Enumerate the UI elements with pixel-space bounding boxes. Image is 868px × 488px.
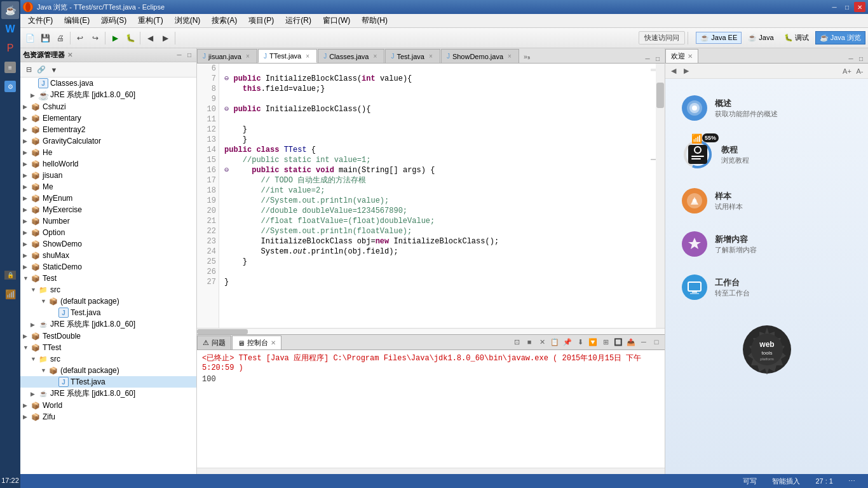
tree-item-test[interactable]: ▼ 📦 Test bbox=[20, 273, 196, 284]
close-button[interactable]: ✕ bbox=[854, 2, 865, 12]
minimize-button[interactable]: ─ bbox=[829, 2, 840, 12]
perspective-javaee[interactable]: ☕ Java EE bbox=[696, 32, 742, 44]
welcome-samples[interactable]: 样本 试用样本 bbox=[678, 184, 855, 217]
tree-item-world[interactable]: ▶ 📦 World bbox=[20, 400, 196, 411]
print-button[interactable]: 🖨 bbox=[53, 31, 67, 45]
horizontal-scrollbar[interactable] bbox=[197, 328, 665, 334]
tab-ttest[interactable]: J TTest.java × bbox=[258, 49, 317, 63]
tab-showdemo[interactable]: J ShowDemo.java × bbox=[441, 49, 519, 63]
console-content[interactable]: <已终止> TTest [Java 应用程序] C:\Program Files… bbox=[197, 350, 665, 468]
quick-access[interactable]: 快速访问问 bbox=[639, 31, 685, 44]
menu-source[interactable]: 源码(S) bbox=[96, 14, 132, 27]
forward-button[interactable]: ▶ bbox=[158, 31, 172, 45]
taskbar-icon5[interactable]: ⚙ bbox=[1, 78, 19, 95]
maximize-button[interactable]: □ bbox=[841, 2, 853, 12]
console-remove[interactable]: ✕ bbox=[536, 336, 548, 348]
console-btn2[interactable]: 📌 bbox=[562, 336, 573, 348]
welcome-zoom-in[interactable]: A+ bbox=[841, 65, 853, 77]
run-button[interactable]: ▶ bbox=[108, 31, 122, 45]
perspective-java-browse[interactable]: ☕ Java 浏览 bbox=[815, 31, 865, 44]
editor-scrollbar[interactable] bbox=[656, 64, 665, 328]
menu-window[interactable]: 窗口(W) bbox=[318, 14, 355, 27]
tree-item-classes[interactable]: J Classes.java bbox=[20, 78, 196, 89]
menu-edit[interactable]: 编辑(E) bbox=[59, 14, 95, 27]
tree-item-elementary[interactable]: ▶ 📦 Elementary bbox=[20, 112, 196, 124]
back-button[interactable]: ◀ bbox=[143, 31, 157, 45]
console-btn1[interactable]: 📋 bbox=[549, 336, 560, 348]
tree-item-zifu[interactable]: ▶ 📦 Zifu bbox=[20, 411, 196, 423]
tree-item-test-default-pkg[interactable]: ▼ 📦 (default package) bbox=[20, 295, 196, 307]
tree-item-number[interactable]: ▶ 📦 Number bbox=[20, 215, 196, 227]
console-btn6[interactable]: 🔲 bbox=[613, 336, 624, 348]
taskbar-word-icon[interactable]: W bbox=[1, 20, 19, 38]
tab-welcome[interactable]: 欢迎 ✕ bbox=[665, 49, 698, 63]
tree-item-jre1[interactable]: ▶ ☕ JRE 系统库 [jdk1.8.0_60] bbox=[20, 89, 196, 101]
welcome-zoom-out[interactable]: A- bbox=[854, 65, 865, 77]
save-button[interactable]: 💾 bbox=[38, 31, 52, 45]
console-minimize[interactable]: ─ bbox=[638, 336, 649, 348]
redo-button[interactable]: ↪ bbox=[88, 31, 102, 45]
tree-item-ttest-java[interactable]: J TTest.java bbox=[20, 376, 196, 388]
console-btn5[interactable]: ⊞ bbox=[600, 336, 611, 348]
welcome-back[interactable]: ◀ bbox=[668, 65, 679, 77]
tree-item-helloworld[interactable]: ▶ 📦 helloWorld bbox=[20, 158, 196, 170]
tree-item-staticdemo[interactable]: ▶ 📦 StaticDemo bbox=[20, 261, 196, 273]
menu-search[interactable]: 搜索(A) bbox=[207, 14, 242, 27]
tree-item-ttest-default-pkg[interactable]: ▼ 📦 (default package) bbox=[20, 365, 196, 376]
menu-run[interactable]: 运行(R) bbox=[280, 14, 316, 27]
right-maximize[interactable]: □ bbox=[857, 54, 865, 63]
welcome-new-features[interactable]: 新增内容 了解新增内容 bbox=[678, 227, 855, 261]
menu-file[interactable]: 文件(F) bbox=[23, 14, 58, 27]
menu-navigate[interactable]: 浏览(N) bbox=[170, 14, 206, 27]
console-btn4[interactable]: 🔽 bbox=[587, 336, 599, 348]
pe-collapse-all[interactable]: ⊟ bbox=[23, 64, 34, 76]
menu-refactor[interactable]: 重构(T) bbox=[133, 14, 168, 27]
tree-item-myexercise[interactable]: ▶ 📦 MyExercise bbox=[20, 204, 196, 215]
tree-item-test-jre[interactable]: ▶ ☕ JRE 系统库 [jdk1.8.0_60] bbox=[20, 318, 196, 330]
tree-item-ttest-src[interactable]: ▼ 📁 src bbox=[20, 353, 196, 365]
tree-item-cshuzi[interactable]: ▶ 📦 Cshuzi bbox=[20, 101, 196, 112]
console-terminate[interactable]: ■ bbox=[524, 336, 535, 348]
taskbar-wifi-icon[interactable]: 📶 bbox=[1, 285, 19, 303]
tree-item-me[interactable]: ▶ 📦 Me bbox=[20, 181, 196, 193]
tree-item-ttest[interactable]: ▼ 📦 TTest bbox=[20, 342, 196, 353]
tab-overflow[interactable]: »₃ bbox=[520, 51, 534, 63]
console-btn7[interactable]: 📤 bbox=[625, 336, 637, 348]
tree-item-elementray2[interactable]: ▶ 📦 Elementray2 bbox=[20, 124, 196, 135]
tab-classes[interactable]: J Classes.java × bbox=[318, 49, 384, 63]
tree-item-showdemo[interactable]: ▶ 📦 ShowDemo bbox=[20, 238, 196, 250]
tree-item-test-java[interactable]: J Test.java bbox=[20, 307, 196, 318]
console-clear[interactable]: ⊡ bbox=[511, 336, 522, 348]
console-btn3[interactable]: ⬇ bbox=[574, 336, 586, 348]
pe-minimize[interactable]: ─ bbox=[175, 51, 184, 60]
code-editor[interactable]: ⊖ public InitializeBlockClass(int value)… bbox=[219, 64, 656, 328]
tree-item-option[interactable]: ▶ 📦 Option bbox=[20, 227, 196, 238]
tree-item-gravitycalc[interactable]: ▶ 📦 GravityCalculator bbox=[20, 135, 196, 147]
tree-item-myenum[interactable]: ▶ 📦 MyEnum bbox=[20, 193, 196, 204]
debug-button[interactable]: 🐛 bbox=[123, 31, 137, 45]
tree-item-he[interactable]: ▶ 📦 He bbox=[20, 147, 196, 158]
editor-maximize[interactable]: □ bbox=[653, 54, 662, 63]
taskbar-eclipse-icon[interactable]: ☕ bbox=[1, 1, 19, 19]
welcome-tutorial[interactable]: 55% 📶 教程 浏览教程 bbox=[678, 135, 855, 174]
tab-console[interactable]: 🖥 控制台 ✕ bbox=[232, 336, 281, 349]
pe-link-editor[interactable]: 🔗 bbox=[36, 64, 47, 76]
right-minimize[interactable]: ─ bbox=[846, 54, 855, 63]
tab-jisuan[interactable]: J jisuan.java × bbox=[197, 49, 257, 63]
tree-item-test-src[interactable]: ▼ 📁 src bbox=[20, 284, 196, 295]
editor-minimize[interactable]: ─ bbox=[643, 54, 652, 63]
perspective-java[interactable]: ☕ Java bbox=[744, 32, 777, 43]
console-maximize[interactable]: □ bbox=[651, 336, 662, 348]
taskbar-pp-icon[interactable]: P bbox=[1, 39, 19, 57]
welcome-overview[interactable]: 概述 获取功能部件的概述 bbox=[678, 92, 855, 125]
tab-problems[interactable]: ⚠ 问题 bbox=[197, 336, 231, 349]
console-scrollbar[interactable] bbox=[197, 468, 665, 474]
tree-item-testdouble[interactable]: ▶ 📦 TestDouble bbox=[20, 330, 196, 342]
welcome-forward[interactable]: ▶ bbox=[681, 65, 692, 77]
undo-button[interactable]: ↩ bbox=[73, 31, 87, 45]
perspective-debug[interactable]: 🐛 调试 bbox=[780, 32, 813, 44]
tree-item-jisuan[interactable]: ▶ 📦 jisuan bbox=[20, 170, 196, 181]
tree-item-ttest-jre[interactable]: ▶ ☕ JRE 系统库 [jdk1.8.0_60] bbox=[20, 388, 196, 400]
taskbar-icon6[interactable]: 🔒 bbox=[1, 266, 19, 284]
pe-view-menu[interactable]: ▼ bbox=[48, 64, 60, 76]
